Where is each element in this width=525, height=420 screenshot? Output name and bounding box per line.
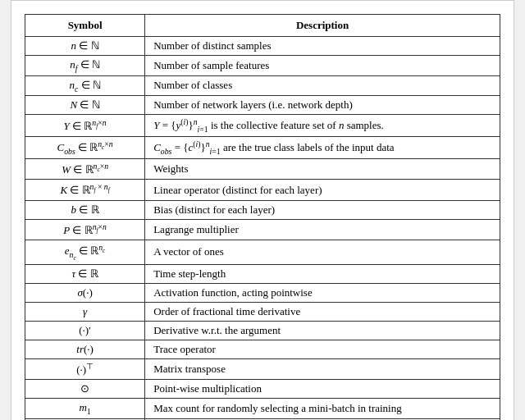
symbol-cell: τ ∈ ℝ xyxy=(25,264,145,283)
symbol-cell: (·)′ xyxy=(25,321,145,340)
description-cell: Number of distinct samples xyxy=(145,37,500,56)
table-row: Cobs ∈ ℝnc×nCobs = {c(i)}ni=1 are the tr… xyxy=(25,137,500,159)
description-cell: Time step-length xyxy=(145,264,500,283)
symbol-cell: nf ∈ ℕ xyxy=(25,56,145,76)
symbol-cell: γ xyxy=(25,302,145,321)
symbol-cell: Y ∈ ℝnf×n xyxy=(25,115,145,137)
symbol-cell: nc ∈ ℕ xyxy=(25,75,145,96)
symbol-cell: N ∈ ℕ xyxy=(25,96,145,115)
table-row: W ∈ ℝnc×nWeights xyxy=(25,159,500,180)
description-cell: Linear operator (distinct for each layer… xyxy=(145,180,500,200)
table-row: γOrder of fractional time derivative xyxy=(25,302,500,321)
table-row: (·)′Derivative w.r.t. the argument xyxy=(25,321,500,340)
table-row: P ∈ ℝnf×nLagrange multiplier xyxy=(25,219,500,240)
description-cell: Trace operator xyxy=(145,340,500,358)
symbol-cell: P ∈ ℝnf×n xyxy=(25,219,145,240)
description-cell: Weights xyxy=(145,159,500,180)
table-row: N ∈ ℕNumber of network layers (i.e. netw… xyxy=(25,96,500,115)
col-header-description: Description xyxy=(145,15,500,37)
description-cell: Order of fractional time derivative xyxy=(145,302,500,321)
symbol-cell: ⊙ xyxy=(25,380,145,399)
symbol-cell: K ∈ ℝnf × nf xyxy=(25,180,145,200)
description-cell: Point-wise multiplication xyxy=(145,380,500,399)
description-cell: Lagrange multiplier xyxy=(145,219,500,240)
description-cell: Max count for randomly selecting a mini-… xyxy=(145,399,500,419)
symbol-cell: Cobs ∈ ℝnc×n xyxy=(25,137,145,159)
table-row: τ ∈ ℝTime step-length xyxy=(25,264,500,283)
symbol-cell: m1 xyxy=(25,399,145,419)
table-row: enc ∈ ℝncA vector of ones xyxy=(25,240,500,265)
description-cell: Activation function, acting pointwise xyxy=(145,283,500,302)
table-row: K ∈ ℝnf × nfLinear operator (distinct fo… xyxy=(25,180,500,200)
symbol-cell: W ∈ ℝnc×n xyxy=(25,159,145,180)
table-row: Y ∈ ℝnf×nY = {y(i)}ni=1 is the collectiv… xyxy=(25,115,500,137)
symbol-cell: σ(·) xyxy=(25,283,145,302)
symbol-cell: b ∈ ℝ xyxy=(25,200,145,219)
description-cell: Number of network layers (i.e. network d… xyxy=(145,96,500,115)
description-cell: Number of classes xyxy=(145,75,500,96)
symbol-cell: (·)⊤ xyxy=(25,358,145,379)
symbol-cell: n ∈ ℕ xyxy=(25,37,145,56)
table-row: nc ∈ ℕNumber of classes xyxy=(25,75,500,96)
description-cell: Cobs = {c(i)}ni=1 are the true class lab… xyxy=(145,137,500,159)
description-cell: Bias (distinct for each layer) xyxy=(145,200,500,219)
table-row: tr(·)Trace operator xyxy=(25,340,500,358)
description-cell: Matrix transpose xyxy=(145,358,500,379)
table-container: Symbol Description n ∈ ℕNumber of distin… xyxy=(11,0,514,420)
table-row: m1Max count for randomly selecting a min… xyxy=(25,399,500,419)
table-row: n ∈ ℕNumber of distinct samples xyxy=(25,37,500,56)
description-cell: Number of sample features xyxy=(145,56,500,76)
description-cell: Y = {y(i)}ni=1 is the collective feature… xyxy=(145,115,500,137)
symbol-cell: tr(·) xyxy=(25,340,145,358)
notation-table: Symbol Description n ∈ ℕNumber of distin… xyxy=(25,14,500,420)
table-row: σ(·)Activation function, acting pointwis… xyxy=(25,283,500,302)
table-row: b ∈ ℝBias (distinct for each layer) xyxy=(25,200,500,219)
table-row: (·)⊤Matrix transpose xyxy=(25,358,500,379)
col-header-symbol: Symbol xyxy=(25,15,145,37)
table-row: ⊙Point-wise multiplication xyxy=(25,380,500,399)
table-row: nf ∈ ℕNumber of sample features xyxy=(25,56,500,76)
description-cell: Derivative w.r.t. the argument xyxy=(145,321,500,340)
description-cell: A vector of ones xyxy=(145,240,500,265)
symbol-cell: enc ∈ ℝnc xyxy=(25,240,145,265)
